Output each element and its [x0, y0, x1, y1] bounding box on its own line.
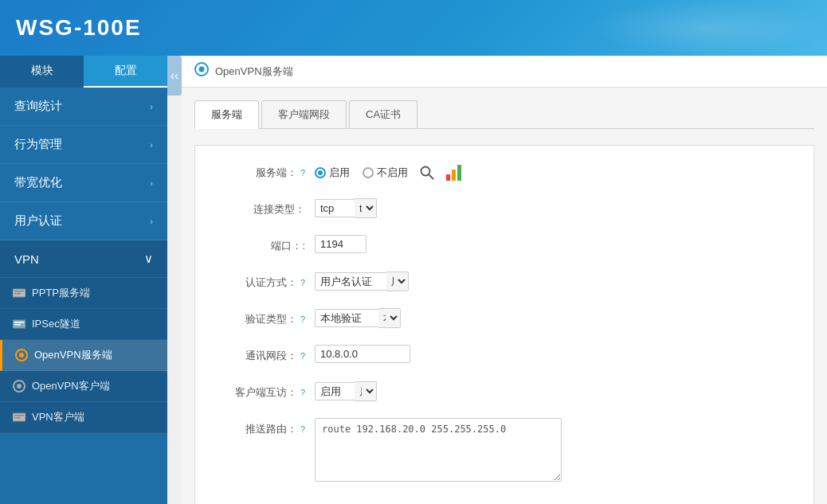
sidebar-item-label: 行为管理	[14, 137, 62, 152]
chevron-right-icon: ›	[150, 178, 153, 188]
radio-disable-dot	[363, 167, 374, 178]
chart-bar-1	[446, 174, 450, 181]
tab-client-subnet[interactable]: 客户端网段	[261, 100, 347, 128]
main-layout: 模块 配置 查询统计 › 行为管理 › 带宽优化 › 用户认证 › VPN ∨	[0, 56, 827, 504]
sidebar-submenu-pptp[interactable]: PPTP服务端	[0, 278, 167, 309]
content-body: 服务端 客户端网段 CA证书 服务端： ? 启用	[182, 88, 827, 504]
verify-type-help-icon[interactable]: ?	[300, 315, 305, 324]
auth-mode-input[interactable]	[315, 272, 386, 291]
chart-bar-2	[452, 170, 456, 181]
connection-type-input[interactable]	[315, 199, 355, 217]
chevron-right-icon: ›	[150, 217, 153, 226]
form-row-connection-type: 连接类型： tcp udp	[219, 198, 790, 222]
push-route-textarea[interactable]: route 192.168.20.0 255.255.255.0	[315, 418, 562, 482]
subnet-field	[315, 345, 410, 363]
sidebar-item-label: 查询统计	[14, 99, 62, 114]
connection-type-dropdown: tcp udp	[315, 198, 377, 218]
svg-rect-1	[14, 291, 24, 292]
verify-type-select[interactable]: 本地验证 Radius验证	[378, 308, 401, 328]
auth-mode-field: 用户名认证 证书认证 用户名+证书	[315, 272, 409, 291]
sidebar-item-label: 用户认证	[14, 213, 62, 229]
vpn-submenu: PPTP服务端 IPSec隧道 OpenVPN服务端 OpenVPN客户端 VP…	[0, 278, 167, 433]
svg-point-7	[19, 353, 24, 357]
auth-mode-label: 认证方式： ?	[219, 272, 315, 290]
connection-type-field: tcp udp	[315, 198, 377, 218]
form-row-port: 端口：:	[219, 235, 790, 259]
svg-rect-4	[14, 322, 24, 323]
server-help-icon[interactable]: ?	[300, 168, 305, 178]
sidebar-collapse-btn[interactable]: ‹	[167, 56, 182, 96]
openvpn-icon	[194, 62, 209, 76]
client-互访-select[interactable]: 启用 禁用	[355, 381, 377, 401]
server-enable-field: 启用 不启用	[315, 162, 461, 184]
sidebar-item-bandwidth-opt[interactable]: 带宽优化 ›	[0, 164, 167, 202]
content-header: OpenVPN服务端	[182, 56, 827, 88]
sidebar-item-label: 带宽优化	[14, 175, 62, 190]
subnet-help-icon[interactable]: ?	[300, 351, 305, 361]
port-input[interactable]	[315, 235, 366, 253]
search-button[interactable]	[416, 162, 438, 184]
pptp-label: PPTP服务端	[32, 286, 90, 300]
app-title: WSG-100E	[16, 15, 142, 41]
push-route-field: route 192.168.20.0 255.255.255.0	[315, 418, 562, 482]
verify-type-input[interactable]	[315, 309, 378, 327]
auth-mode-select[interactable]: 用户名认证 证书认证 用户名+证书	[386, 272, 409, 291]
openvpn-server-label: OpenVPN服务端	[34, 348, 112, 362]
tab-ca-cert[interactable]: CA证书	[349, 100, 417, 128]
search-icon	[420, 166, 434, 180]
sidebar-tab-module[interactable]: 模块	[0, 56, 84, 88]
chevron-down-icon: ∨	[144, 252, 153, 266]
port-label: 端口：:	[219, 235, 315, 253]
ipsec-label: IPSec隧道	[32, 317, 80, 331]
form-row-push-route: 推送路由： ? route 192.168.20.0 255.255.255.0	[219, 418, 790, 482]
sidebar-item-query-stats[interactable]: 查询统计 ›	[0, 88, 167, 126]
sidebar: 模块 配置 查询统计 › 行为管理 › 带宽优化 › 用户认证 › VPN ∨	[0, 56, 167, 504]
connection-type-label: 连接类型：	[219, 198, 315, 217]
subnet-input[interactable]	[315, 345, 410, 363]
sidebar-submenu-vpn-client[interactable]: VPN客户端	[0, 402, 167, 433]
sidebar-submenu-ipsec[interactable]: IPSec隧道	[0, 309, 167, 340]
content-area: OpenVPN服务端 服务端 客户端网段 CA证书 服务端： ?	[182, 56, 827, 504]
svg-rect-11	[14, 415, 24, 416]
sidebar-item-behavior-mgmt[interactable]: 行为管理 ›	[0, 126, 167, 164]
content-tabs: 服务端 客户端网段 CA证书	[194, 100, 814, 129]
chevron-right-icon: ›	[150, 140, 153, 150]
push-route-help-icon[interactable]: ?	[300, 424, 305, 434]
sidebar-item-user-auth[interactable]: 用户认证 ›	[0, 202, 167, 240]
svg-line-16	[429, 174, 433, 179]
pptp-icon	[13, 287, 25, 299]
sidebar-tabs: 模块 配置	[0, 56, 167, 88]
vpn-client-label: VPN客户端	[32, 410, 84, 424]
sidebar-item-vpn[interactable]: VPN ∨	[0, 240, 167, 278]
verify-type-dropdown: 本地验证 Radius验证	[315, 308, 401, 328]
form-container: 服务端： ? 启用 不启用	[194, 145, 814, 504]
sidebar-submenu-openvpn-server[interactable]: OpenVPN服务端	[0, 340, 167, 371]
radio-group-server: 启用 不启用	[315, 166, 408, 180]
radio-enable-dot	[315, 167, 326, 178]
tab-server[interactable]: 服务端	[194, 100, 259, 129]
svg-rect-2	[14, 293, 21, 295]
server-label: 服务端： ?	[219, 162, 315, 180]
svg-point-14	[199, 67, 205, 72]
svg-point-15	[421, 167, 430, 176]
subnet-label: 通讯网段： ?	[219, 345, 315, 363]
radio-enable[interactable]: 启用	[315, 166, 350, 180]
verify-type-field: 本地验证 Radius验证	[315, 308, 401, 328]
svg-rect-5	[14, 324, 21, 326]
sidebar-submenu-openvpn-client[interactable]: OpenVPN客户端	[0, 371, 167, 402]
client-互访-help-icon[interactable]: ?	[300, 388, 305, 397]
port-field	[315, 235, 366, 253]
openvpn-header-icon	[194, 62, 209, 80]
header: WSG-100E	[0, 0, 827, 56]
svg-point-9	[17, 384, 22, 389]
connection-type-select[interactable]: tcp udp	[355, 198, 377, 218]
chart-button[interactable]	[446, 165, 461, 181]
radio-disable[interactable]: 不启用	[363, 166, 408, 180]
auth-mode-help-icon[interactable]: ?	[300, 278, 305, 287]
ipsec-icon	[13, 318, 25, 330]
form-row-client-互访: 客户端互访： ? 启用 禁用	[219, 381, 790, 405]
chart-bar-3	[457, 165, 461, 181]
sidebar-tab-config[interactable]: 配置	[84, 56, 167, 88]
client-互访-input[interactable]	[315, 382, 355, 400]
openvpn-server-icon	[15, 349, 28, 361]
